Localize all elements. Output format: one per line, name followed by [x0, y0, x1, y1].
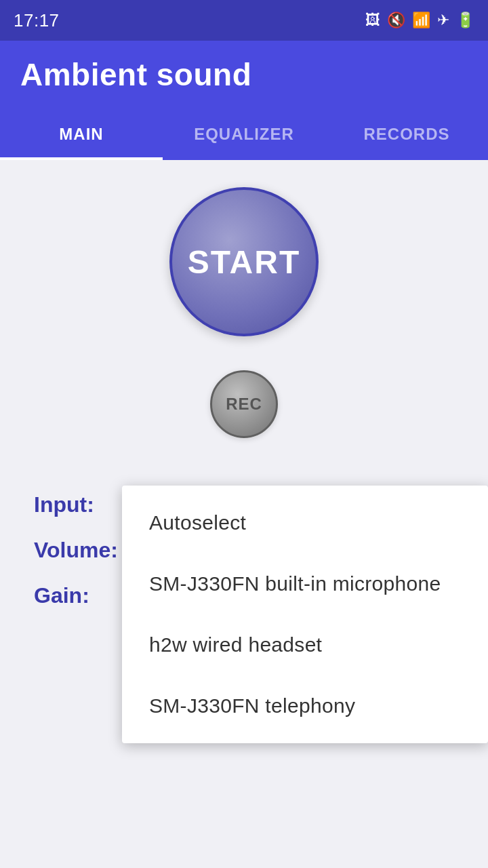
tab-equalizer[interactable]: EQUALIZER [163, 108, 325, 160]
input-dropdown: Autoselect SM-J330FN built-in microphone… [122, 486, 488, 743]
rec-button-label: REC [226, 395, 262, 414]
image-icon: 🖼 [365, 12, 380, 29]
dropdown-item-builtin-mic[interactable]: SM-J330FN built-in microphone [122, 553, 488, 614]
dropdown-item-wired-headset[interactable]: h2w wired headset [122, 614, 488, 675]
start-button-label: START [188, 243, 300, 281]
tab-bar: MAIN EQUALIZER RECORDS [0, 108, 488, 160]
wifi-icon: 📶 [412, 12, 430, 29]
app-title: Ambient sound [20, 56, 251, 93]
main-content: START REC Input: Volume: Gain: Autoselec… [0, 160, 488, 868]
status-bar: 17:17 🖼 🔇 📶 ✈ 🔋 [0, 0, 488, 41]
airplane-icon: ✈ [437, 12, 449, 29]
tab-records[interactable]: RECORDS [325, 108, 488, 160]
app-header: Ambient sound [0, 41, 488, 108]
start-button[interactable]: START [169, 187, 319, 336]
status-time: 17:17 [14, 10, 60, 31]
dropdown-item-telephony[interactable]: SM-J330FN telephony [122, 675, 488, 736]
volume-muted-icon: 🔇 [387, 12, 405, 29]
rec-button[interactable]: REC [210, 370, 278, 438]
status-icons: 🖼 🔇 📶 ✈ 🔋 [365, 12, 474, 29]
tab-main[interactable]: MAIN [0, 108, 163, 160]
battery-icon: 🔋 [456, 12, 474, 29]
dropdown-item-autoselect[interactable]: Autoselect [122, 492, 488, 553]
